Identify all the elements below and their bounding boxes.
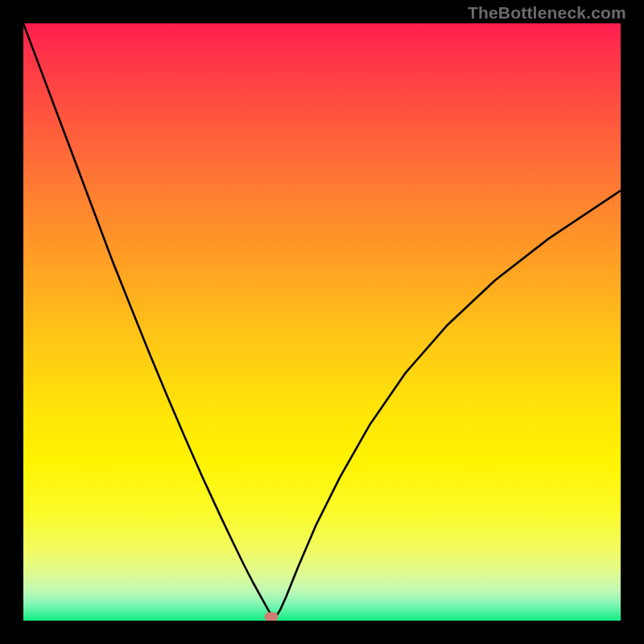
chart-frame: TheBottleneck.com [0,0,644,644]
plot-area [23,23,621,621]
minimum-marker-icon [264,612,278,621]
bottleneck-curve [23,23,621,621]
watermark-text: TheBottleneck.com [468,3,626,23]
curve-path [23,23,621,617]
